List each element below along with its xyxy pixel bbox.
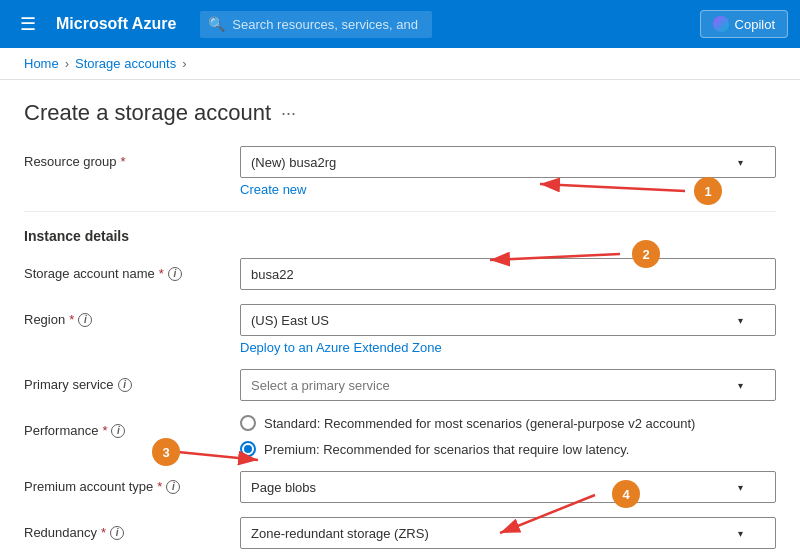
required-indicator: * (121, 154, 126, 169)
radio-standard-label: Standard: Recommended for most scenarios… (264, 416, 695, 431)
premium-account-type-control: Page blobs ▾ (240, 471, 776, 503)
redundancy-label: Redundancy * i (24, 517, 224, 540)
breadcrumb-sep-1: › (65, 56, 69, 71)
performance-row: Performance * i Standard: Recommended fo… (24, 415, 776, 457)
performance-label: Performance * i (24, 415, 224, 438)
breadcrumb-home[interactable]: Home (24, 56, 59, 71)
radio-standard[interactable]: Standard: Recommended for most scenarios… (240, 415, 776, 431)
annotation-1: 1 (694, 177, 722, 205)
storage-name-info-icon[interactable]: i (168, 267, 182, 281)
region-row: Region * i (US) East US ▾ Deploy to an A… (24, 304, 776, 355)
resource-group-dropdown[interactable]: (New) busa2rg ▾ (240, 146, 776, 178)
storage-account-name-control (240, 258, 776, 290)
dropdown-arrow-icon: ▾ (738, 157, 743, 168)
breadcrumb: Home › Storage accounts › (0, 48, 800, 80)
search-input[interactable] (200, 11, 432, 38)
radio-premium-dot (244, 445, 252, 453)
storage-account-name-label: Storage account name * i (24, 258, 224, 281)
region-info-icon[interactable]: i (78, 313, 92, 327)
required-indicator-2: * (159, 266, 164, 281)
premium-account-type-label: Premium account type * i (24, 471, 224, 494)
region-control: (US) East US ▾ Deploy to an Azure Extend… (240, 304, 776, 355)
region-dropdown[interactable]: (US) East US ▾ (240, 304, 776, 336)
resource-group-label: Resource group * (24, 146, 224, 169)
create-new-link[interactable]: Create new (240, 182, 306, 197)
premium-account-type-value: Page blobs (251, 480, 316, 495)
required-indicator-3: * (69, 312, 74, 327)
hamburger-menu-icon[interactable]: ☰ (12, 9, 44, 39)
premium-account-type-info-icon[interactable]: i (166, 480, 180, 494)
redundancy-dropdown-arrow-icon: ▾ (738, 528, 743, 539)
form-divider-1 (24, 211, 776, 212)
breadcrumb-storage-accounts[interactable]: Storage accounts (75, 56, 176, 71)
region-value: (US) East US (251, 313, 329, 328)
radio-premium-label: Premium: Recommended for scenarios that … (264, 442, 629, 457)
top-navigation: ☰ Microsoft Azure 🔍 Copilot (0, 0, 800, 48)
required-indicator-6: * (101, 525, 106, 540)
primary-service-label: Primary service i (24, 369, 224, 392)
primary-service-dropdown-arrow-icon: ▾ (738, 380, 743, 391)
primary-service-row: Primary service i Select a primary servi… (24, 369, 776, 401)
search-icon: 🔍 (208, 16, 225, 32)
performance-radio-group: Standard: Recommended for most scenarios… (240, 415, 776, 457)
redundancy-info-icon[interactable]: i (110, 526, 124, 540)
resource-group-value: (New) busa2rg (251, 155, 336, 170)
performance-info-icon[interactable]: i (111, 424, 125, 438)
page-title: Create a storage account (24, 100, 271, 126)
annotation-4: 4 (612, 480, 640, 508)
premium-account-type-dropdown-arrow-icon: ▾ (738, 482, 743, 493)
instance-details-heading: Instance details (24, 228, 776, 244)
performance-control: Standard: Recommended for most scenarios… (240, 415, 776, 457)
deploy-extended-zone-link[interactable]: Deploy to an Azure Extended Zone (240, 340, 442, 355)
region-dropdown-arrow-icon: ▾ (738, 315, 743, 326)
redundancy-control: Zone-redundant storage (ZRS) ▾ (240, 517, 776, 549)
app-title: Microsoft Azure (56, 15, 176, 33)
redundancy-row: Redundancy * i Zone-redundant storage (Z… (24, 517, 776, 549)
region-label: Region * i (24, 304, 224, 327)
breadcrumb-sep-2: › (182, 56, 186, 71)
main-content: Create a storage account ··· Resource gr… (0, 80, 800, 554)
storage-account-name-input[interactable] (240, 258, 776, 290)
premium-account-type-row: Premium account type * i Page blobs ▾ (24, 471, 776, 503)
premium-account-type-dropdown[interactable]: Page blobs ▾ (240, 471, 776, 503)
primary-service-info-icon[interactable]: i (118, 378, 132, 392)
primary-service-dropdown[interactable]: Select a primary service ▾ (240, 369, 776, 401)
radio-premium-input[interactable] (240, 441, 256, 457)
primary-service-placeholder: Select a primary service (251, 378, 390, 393)
copilot-label: Copilot (735, 17, 775, 32)
copilot-button[interactable]: Copilot (700, 10, 788, 38)
primary-service-control: Select a primary service ▾ (240, 369, 776, 401)
resource-group-row: Resource group * (New) busa2rg ▾ Create … (24, 146, 776, 197)
storage-account-name-row: Storage account name * i (24, 258, 776, 290)
annotation-3: 3 (152, 438, 180, 466)
annotation-2: 2 (632, 240, 660, 268)
radio-standard-input[interactable] (240, 415, 256, 431)
required-indicator-5: * (157, 479, 162, 494)
copilot-icon (713, 16, 729, 32)
redundancy-dropdown[interactable]: Zone-redundant storage (ZRS) ▾ (240, 517, 776, 549)
search-container: 🔍 (200, 11, 432, 38)
page-title-container: Create a storage account ··· (24, 100, 776, 126)
more-options-icon[interactable]: ··· (281, 103, 296, 124)
required-indicator-4: * (102, 423, 107, 438)
redundancy-value: Zone-redundant storage (ZRS) (251, 526, 429, 541)
radio-premium[interactable]: Premium: Recommended for scenarios that … (240, 441, 776, 457)
